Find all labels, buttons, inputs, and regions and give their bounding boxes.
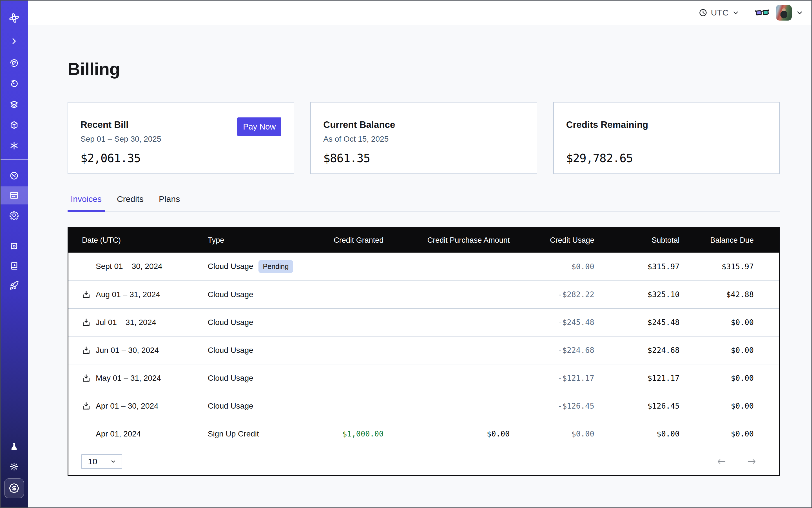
tab-invoices[interactable]: Invoices (68, 194, 105, 211)
sidebar-divider (0, 230, 28, 230)
table-row: Jun 01 – 30, 2024 Cloud Usage -$224.68 $… (69, 336, 779, 364)
download-invoice-button[interactable] (81, 345, 91, 355)
sidebar-item-labs[interactable] (0, 437, 28, 456)
rocket-icon (9, 281, 19, 290)
invoice-period: May 01 – 31, 2024 (96, 374, 161, 383)
guide-book-icon (9, 261, 19, 270)
table-header: Date (UTC) Type Credit Granted Credit Pu… (69, 228, 779, 253)
arrow-left-icon (716, 458, 727, 465)
page-title: Billing (68, 58, 780, 79)
credit-purchase-value (383, 364, 510, 392)
pay-now-button[interactable]: Pay Now (237, 118, 281, 136)
account-menu-button[interactable] (796, 9, 804, 16)
balance-due-value: $0.00 (680, 336, 779, 364)
page-size-select[interactable]: 10 (81, 454, 122, 469)
card-title: Current Balance (323, 119, 524, 130)
next-page-button[interactable] (745, 457, 759, 466)
chevron-down-icon (732, 9, 739, 16)
credit-granted-value (324, 253, 384, 281)
sidebar-item-billing[interactable] (0, 186, 28, 204)
timer-icon (9, 79, 19, 88)
spiral-icon (9, 58, 19, 68)
invoice-type: Cloud Usage (208, 374, 253, 383)
credit-purchase-value (383, 336, 510, 364)
credit-usage-value: $0.00 (510, 420, 594, 448)
clock-icon (698, 8, 708, 17)
previous-page-button[interactable] (714, 457, 728, 466)
balance-as-of: As of Oct 15, 2025 (323, 135, 524, 144)
billing-tabs: InvoicesCreditsPlans (68, 194, 780, 211)
tab-plans[interactable]: Plans (156, 194, 183, 211)
balance-due-value: $0.00 (680, 420, 779, 448)
subtotal-value: $315.97 (594, 253, 680, 281)
download-icon (81, 318, 91, 327)
invoice-type: Cloud Usage (208, 401, 253, 411)
sidebar-item-images[interactable] (0, 116, 28, 134)
chevron-down-icon (110, 458, 117, 465)
credit-usage-value: -$121.17 (510, 364, 594, 392)
sidebar-item-theme[interactable] (0, 458, 28, 476)
balance-due-value: $0.00 (680, 308, 779, 336)
sidebar-item-settings[interactable] (0, 206, 28, 224)
credit-usage-value: -$224.68 (510, 336, 594, 364)
credit-granted-value (324, 336, 384, 364)
download-invoice-button[interactable] (81, 373, 91, 383)
column-header-balance-due: Balance Due (680, 228, 779, 253)
subtotal-value: $0.00 (594, 420, 680, 448)
timezone-selector[interactable]: UTC (698, 8, 739, 17)
invoice-type: Cloud Usage (208, 318, 253, 327)
current-balance-card: Current Balance As of Oct 15, 2025 $861.… (310, 102, 537, 174)
download-invoice-button[interactable] (81, 318, 91, 327)
cube-icon (9, 120, 19, 130)
invoice-type: Cloud Usage (208, 290, 253, 299)
sidebar-item-apps[interactable] (0, 54, 28, 72)
dollar-badge-icon (9, 483, 19, 494)
sidebar-item-usage[interactable] (0, 167, 28, 185)
sidebar-item-expand[interactable] (0, 32, 28, 50)
column-header-type: Type (208, 228, 324, 253)
current-balance-amount: $861.35 (323, 152, 524, 165)
download-invoice-button[interactable] (81, 401, 91, 411)
column-header-subtotal: Subtotal (594, 228, 680, 253)
invoice-type: Sign Up Credit (208, 429, 259, 438)
invoice-period: Aug 01 – 31, 2024 (96, 290, 160, 299)
table-row: Jul 01 – 31, 2024 Cloud Usage -$245.48 $… (69, 308, 779, 336)
subtotal-value: $224.68 (594, 336, 680, 364)
credit-usage-value: $0.00 (510, 253, 594, 281)
modal-logo-icon[interactable] (0, 9, 28, 27)
sidebar-item-launch[interactable] (0, 277, 28, 295)
balance-due-value: $0.00 (680, 392, 779, 420)
topbar: UTC (28, 0, 812, 25)
card-title: Credits Remaining (566, 119, 767, 130)
balance-due-value: $42.88 (680, 281, 779, 308)
download-invoice-button[interactable] (81, 290, 91, 299)
subtotal-value: $325.10 (594, 281, 680, 308)
download-icon (81, 290, 91, 299)
column-header-date: Date (UTC) (69, 228, 208, 253)
sidebar-item-layers[interactable] (0, 95, 28, 114)
flask-icon (9, 442, 19, 452)
table-row: Aug 01 – 31, 2024 Cloud Usage -$282.22 $… (69, 281, 779, 308)
credit-purchase-value (383, 253, 510, 281)
column-header-credit-granted: Credit Granted (324, 228, 384, 253)
theme-glasses-toggle[interactable] (755, 8, 769, 17)
credits-badge-button[interactable] (4, 478, 24, 498)
billing-period: Sep 01 – Sep 30, 2025 (81, 135, 281, 144)
credits-remaining-amount: $29,782.65 (566, 152, 767, 165)
sidebar-item-support[interactable] (0, 237, 28, 255)
sidebar-item-guide[interactable] (0, 257, 28, 275)
invoice-period: Apr 01, 2024 (96, 429, 141, 438)
billing-card-icon (9, 190, 19, 200)
sidebar-item-secrets[interactable] (0, 136, 28, 155)
column-header-credit-purchase: Credit Purchase Amount (383, 228, 510, 253)
chevron-down-icon (796, 9, 804, 16)
layers-icon (9, 100, 19, 109)
user-avatar[interactable] (776, 5, 792, 20)
tab-credits[interactable]: Credits (114, 194, 147, 211)
download-icon (81, 373, 91, 383)
credits-remaining-card: Credits Remaining $29,782.65 (553, 102, 780, 174)
credit-granted-value (324, 308, 384, 336)
table-row: May 01 – 31, 2024 Cloud Usage -$121.17 $… (69, 364, 779, 392)
sidebar-item-recent[interactable] (0, 75, 28, 93)
credit-purchase-value (383, 281, 510, 308)
